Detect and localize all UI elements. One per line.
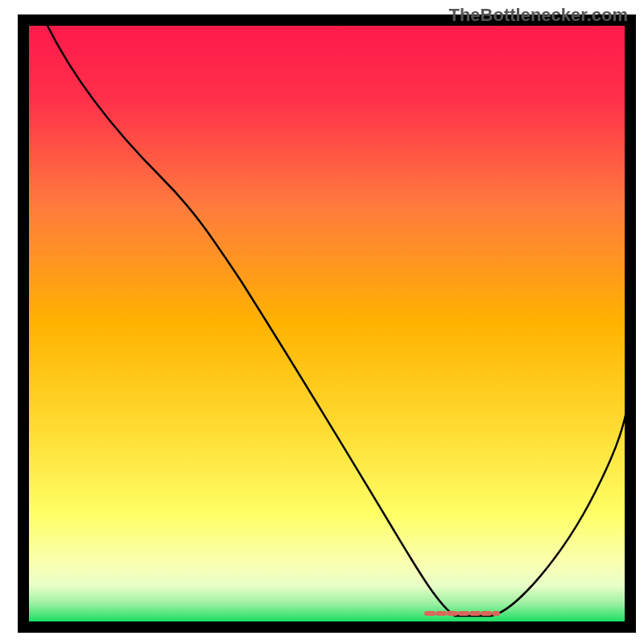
watermark-text: TheBottlenecker.com <box>448 5 628 26</box>
gradient-background <box>29 26 625 621</box>
chart-container: TheBottlenecker.com <box>0 0 644 644</box>
bottleneck-chart <box>0 0 644 644</box>
plot-area <box>23 20 630 627</box>
